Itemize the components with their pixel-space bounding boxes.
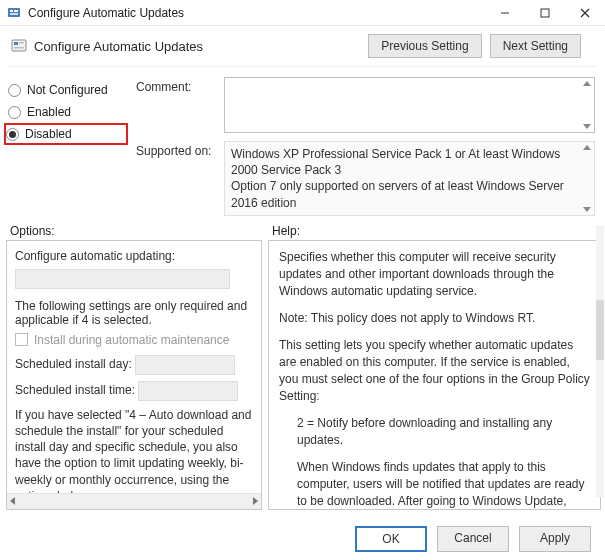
sched-day-label: Scheduled install day: [15,357,132,371]
window-title: Configure Automatic Updates [28,6,485,20]
radio-label: Disabled [25,127,72,141]
supported-label: Supported on: [136,141,216,158]
ok-button[interactable]: OK [355,526,427,552]
checkbox-icon [15,333,28,346]
radio-icon [6,128,19,141]
window-buttons [485,0,605,25]
svg-rect-3 [10,13,18,15]
help-text: 2 = Notify before downloading and instal… [279,415,590,449]
configure-label: Configure automatic updating: [15,249,255,263]
help-pane[interactable]: Specifies whether this computer will rec… [268,240,601,510]
svg-rect-5 [541,9,549,17]
radio-disabled[interactable]: Disabled [4,123,128,145]
app-icon [6,5,22,21]
footer-buttons: OK Cancel Apply [0,518,605,558]
cancel-button[interactable]: Cancel [437,526,509,552]
radio-icon [8,106,21,119]
radio-not-configured[interactable]: Not Configured [6,79,126,101]
help-text: Specifies whether this computer will rec… [279,249,590,300]
page-title: Configure Automatic Updates [34,39,368,54]
radio-enabled[interactable]: Enabled [6,101,126,123]
help-text: This setting lets you specify whether au… [279,337,590,405]
options-header: Options: [10,224,272,238]
scroll-up-icon[interactable] [583,145,591,150]
help-vertical-scrollbar-track[interactable] [596,225,604,497]
radio-icon [8,84,21,97]
scroll-left-icon[interactable] [10,497,15,505]
sched-day-dropdown[interactable] [135,355,235,375]
checkbox-label: Install during automatic maintenance [34,333,229,347]
radio-label: Not Configured [27,83,108,97]
comment-textarea[interactable] [224,77,595,133]
help-vertical-scrollbar-thumb[interactable] [596,300,604,360]
panes: Configure automatic updating: The follow… [0,240,605,510]
radio-label: Enabled [27,105,71,119]
options-pane: Configure automatic updating: The follow… [6,240,262,510]
options-paragraph: If you have selected "4 – Auto download … [15,407,255,504]
scroll-down-icon[interactable] [583,124,591,129]
supported-line: Option 7 only supported on servers of at… [231,178,588,210]
svg-rect-8 [12,40,26,51]
previous-setting-button[interactable]: Previous Setting [368,34,481,58]
state-radios: Not Configured Enabled Disabled [6,77,126,216]
svg-rect-1 [10,10,13,12]
settings-upper: Not Configured Enabled Disabled Comment:… [0,71,605,218]
configure-dropdown[interactable] [15,269,230,289]
supported-line: Windows XP Professional Service Pack 1 o… [231,146,588,178]
maximize-button[interactable] [525,0,565,26]
scroll-right-icon[interactable] [253,497,258,505]
supported-on-box: Windows XP Professional Service Pack 1 o… [224,141,595,216]
pane-headers: Options: Help: [0,218,605,240]
scroll-up-icon[interactable] [583,81,591,86]
minimize-button[interactable] [485,0,525,26]
install-maintenance-checkbox[interactable]: Install during automatic maintenance [15,333,255,347]
next-setting-button[interactable]: Next Setting [490,34,581,58]
titlebar: Configure Automatic Updates [0,0,605,26]
close-button[interactable] [565,0,605,26]
help-text: Note: This policy does not apply to Wind… [279,310,590,327]
help-header: Help: [272,224,300,238]
options-note: The following settings are only required… [15,299,255,327]
scroll-down-icon[interactable] [583,207,591,212]
sched-time-label: Scheduled install time: [15,383,135,397]
svg-rect-2 [14,10,18,12]
svg-rect-10 [19,42,24,44]
header: Configure Automatic Updates Previous Set… [0,26,605,62]
apply-button[interactable]: Apply [519,526,591,552]
svg-rect-11 [14,47,24,49]
policy-icon [10,37,28,55]
comment-label: Comment: [136,77,216,94]
svg-rect-0 [8,8,20,17]
svg-rect-9 [14,42,18,45]
sched-time-dropdown[interactable] [138,381,238,401]
help-text: When Windows finds updates that apply to… [279,459,590,510]
options-horizontal-scrollbar[interactable] [7,493,261,509]
